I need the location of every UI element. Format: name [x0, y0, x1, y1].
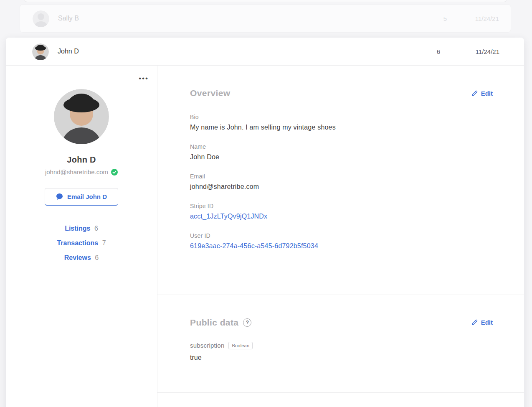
- pencil-icon: [471, 90, 478, 97]
- field-label: Stripe ID: [190, 203, 493, 209]
- link-count: 7: [102, 239, 106, 247]
- link-count: 6: [94, 225, 98, 232]
- user-row-count: 6: [432, 48, 445, 55]
- entry-key: subscription: [190, 342, 224, 349]
- profile-email-row: johnd@sharetribe.com: [6, 168, 157, 176]
- entry-value: true: [190, 354, 493, 361]
- user-row-name: John D: [58, 48, 79, 55]
- field-stripe-id: Stripe ID acct_1JzLTyQv9jQ1JNDx: [190, 203, 493, 220]
- user-id-link[interactable]: 619e3aac-274a-456c-a545-6d792b5f5034: [190, 242, 493, 250]
- profile-avatar: [54, 89, 109, 144]
- profile-panel: ••• John D johnd@sharetribe.com Email Jo…: [6, 66, 157, 407]
- overview-section: Overview Edit Bio My name is John. I am …: [157, 66, 524, 295]
- user-detail-card: John D 6 11/24/21 ••• John D johnd@share…: [6, 38, 524, 407]
- profile-links: Listings 6 Transactions 7 Reviews 6: [6, 225, 157, 262]
- user-row-john[interactable]: John D 6 11/24/21: [6, 38, 524, 66]
- link-transactions[interactable]: Transactions 7: [6, 239, 157, 247]
- field-user-id: User ID 619e3aac-274a-456c-a545-6d792b5f…: [190, 232, 493, 250]
- help-icon[interactable]: ?: [243, 318, 251, 327]
- link-label: Listings: [65, 225, 90, 232]
- link-listings[interactable]: Listings 6: [6, 225, 157, 232]
- user-list-page: Sally B 5 11/24/21 John D 6 11/24/21 •••…: [0, 0, 532, 407]
- user-row-date: 11/24/21: [475, 15, 499, 22]
- profile-name: John D: [6, 155, 157, 165]
- field-label: Name: [190, 143, 493, 150]
- field-label: User ID: [190, 232, 493, 239]
- field-bio: Bio My name is John. I am selling my vin…: [190, 114, 493, 131]
- edit-public-data-button[interactable]: Edit: [471, 319, 493, 326]
- detail-column: Overview Edit Bio My name is John. I am …: [157, 66, 524, 407]
- edit-overview-button[interactable]: Edit: [471, 90, 493, 97]
- user-row-date: 11/24/21: [476, 48, 499, 55]
- field-email: Email johnd@sharetribe.com: [190, 173, 493, 191]
- overview-title: Overview: [190, 88, 231, 98]
- edit-label: Edit: [481, 319, 493, 326]
- user-detail-body: ••• John D johnd@sharetribe.com Email Jo…: [6, 66, 524, 407]
- email-user-button-label: Email John D: [67, 193, 107, 200]
- link-label: Reviews: [64, 254, 91, 261]
- avatar: [33, 10, 49, 27]
- user-row-sally[interactable]: Sally B 5 11/24/21: [20, 4, 511, 33]
- chat-bubble-icon: [56, 193, 63, 200]
- pencil-icon: [471, 319, 478, 326]
- link-count: 6: [95, 254, 99, 261]
- edit-label: Edit: [481, 90, 493, 97]
- ellipsis-menu-icon[interactable]: •••: [139, 75, 149, 82]
- public-data-title: Public data ?: [190, 318, 251, 328]
- avatar: [32, 43, 49, 60]
- public-data-section: Public data ? Edit subscription: [157, 295, 524, 393]
- public-data-entry: subscription Boolean true: [190, 342, 493, 361]
- field-label: Email: [190, 173, 493, 180]
- field-name: Name John Doe: [190, 143, 493, 161]
- user-row-count: 5: [439, 15, 451, 22]
- link-reviews[interactable]: Reviews 6: [6, 254, 157, 262]
- type-badge: Boolean: [228, 342, 253, 349]
- profile-email: johnd@sharetribe.com: [45, 168, 108, 176]
- verified-check-icon: [111, 169, 118, 176]
- next-section-partial: [157, 393, 524, 407]
- field-value: My name is John. I am selling my vintage…: [190, 124, 493, 131]
- field-value: johnd@sharetribe.com: [190, 183, 493, 191]
- email-user-button[interactable]: Email John D: [45, 188, 118, 206]
- previous-user-row-edge[interactable]: [24, 0, 507, 2]
- public-data-title-text: Public data: [190, 318, 238, 328]
- link-label: Transactions: [57, 239, 98, 247]
- stripe-id-link[interactable]: acct_1JzLTyQv9jQ1JNDx: [190, 213, 493, 220]
- field-label: Bio: [190, 114, 493, 120]
- user-row-name: Sally B: [58, 15, 79, 22]
- field-value: John Doe: [190, 153, 493, 161]
